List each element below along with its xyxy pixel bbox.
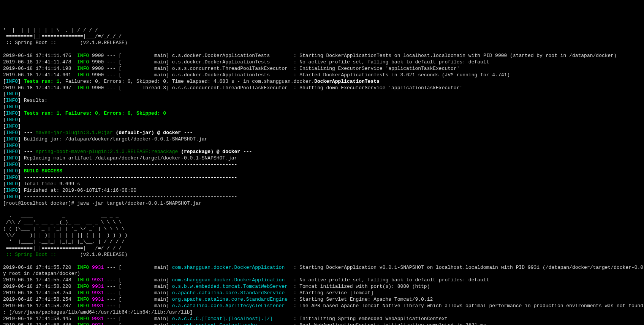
spring-ascii-art: . ____ _ __ _ _ /\\ / ___'_ __ _ _(_)_ _…	[3, 213, 641, 251]
log-line: 2019-06-18 17:41:11.476 INFO 9900 --- [ …	[3, 53, 641, 59]
log-continuation: : [/usr/java/packages/lib/amd64:/usr/lib…	[3, 309, 641, 316]
log-line: 2019-06-18 17:41:58.254 INFO 9931 --- [ …	[3, 290, 641, 297]
building-jar: [INFO] Building jar: /datapan/docker/tar…	[3, 136, 641, 143]
info-blank: [INFO]	[3, 104, 641, 110]
log-line: 2019-06-18 17:41:55.720 INFO 9931 --- [ …	[3, 265, 641, 271]
info-blank: [INFO]	[3, 143, 641, 149]
info-blank: [INFO]	[3, 123, 641, 130]
shell-prompt[interactable]: [root@localhost docker]# java -jar targe…	[3, 200, 641, 207]
hr-line: [INFO] ---------------------------------…	[3, 194, 641, 200]
results-line: [INFO] Results:	[3, 98, 641, 104]
spring-boot-banner: :: Spring Boot :: (v2.1.0.RELEASE)	[3, 40, 641, 46]
info-blank: [INFO]	[3, 117, 641, 123]
log-line: 2019-06-18 17:41:14.661 INFO 9900 --- [ …	[3, 72, 641, 79]
terminal-output[interactable]: ' |__|_| |_|_| |_\__, | / / / / ========…	[3, 27, 641, 325]
spring-boot-banner: :: Spring Boot :: (v2.1.0.RELEASE)	[3, 252, 641, 258]
plugin-line: [INFO] --- spring-boot-maven-plugin:2.1.…	[3, 149, 641, 155]
info-blank: [INFO]	[3, 91, 641, 98]
log-line: 2019-06-18 17:41:58.445 INFO 9931 --- [ …	[3, 316, 641, 322]
log-line: 2019-06-18 17:41:58.220 INFO 9931 --- [ …	[3, 284, 641, 290]
build-success: [INFO] BUILD SUCCESS	[3, 168, 641, 175]
log-line: 2019-06-18 17:41:11.478 INFO 9900 --- [ …	[3, 59, 641, 66]
ascii-art-top: ' |__|_| |_|_| |_\__, | / / / / ========…	[3, 27, 641, 40]
test-totals: [INFO] Tests run: 1, Failures: 0, Errors…	[3, 110, 641, 117]
test-summary: [INFO] Tests run: 1, Failures: 0, Errors…	[3, 79, 641, 85]
plugin-line: [INFO] --- maven-jar-plugin:3.1.0:jar (d…	[3, 130, 641, 136]
hr-line: [INFO] ---------------------------------…	[3, 175, 641, 181]
replacing-artifact: [INFO] Replacing main artifact /datapan/…	[3, 155, 641, 162]
log-line: 2019-06-18 17:41:55.748 INFO 9931 --- [ …	[3, 277, 641, 284]
log-line: 2019-06-18 17:41:58.254 INFO 9931 --- [ …	[3, 297, 641, 303]
log-line: 2019-06-18 17:41:58.445 INFO 9931 --- [ …	[3, 322, 641, 325]
total-time: [INFO] Total time: 9.699 s	[3, 181, 641, 188]
log-line: 2019-06-18 17:41:14.997 INFO 9900 --- [ …	[3, 85, 641, 92]
log-line: 2019-06-18 17:41:58.287 INFO 9931 --- [ …	[3, 303, 641, 309]
log-continuation: y root in /datapan/docker)	[3, 271, 641, 277]
finished-at: [INFO] Finished at: 2019-06-18T17:41:16+…	[3, 188, 641, 194]
log-line: 2019-06-18 17:41:14.198 INFO 9900 --- [ …	[3, 66, 641, 72]
hr-line: [INFO] ---------------------------------…	[3, 162, 641, 168]
